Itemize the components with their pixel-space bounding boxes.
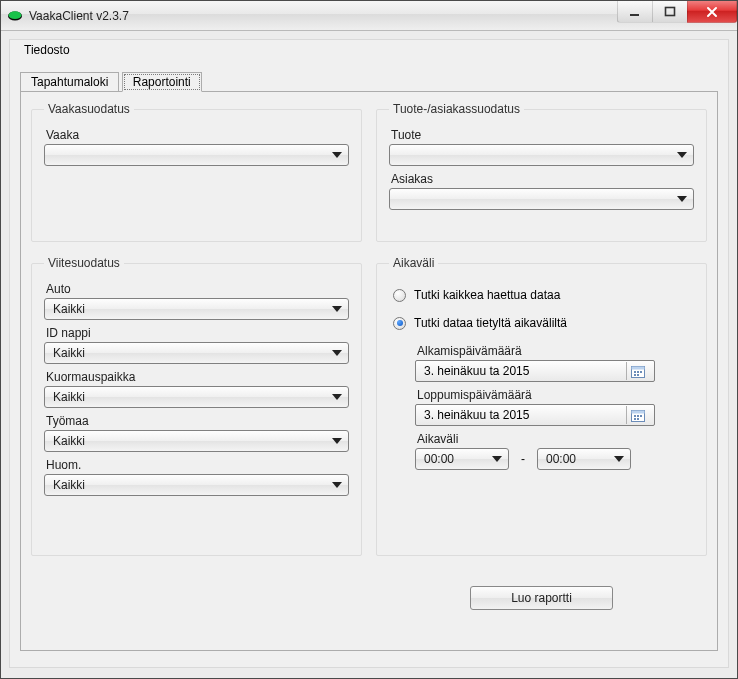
tabstrip: Tapahtumaloki Raportointi	[20, 72, 718, 92]
select-worksite-value: Kaikki	[53, 434, 85, 448]
svg-rect-14	[637, 415, 639, 417]
svg-rect-6	[634, 371, 636, 373]
calendar-icon	[631, 365, 645, 378]
svg-rect-9	[634, 374, 636, 376]
select-vehicle-value: Kaikki	[53, 302, 85, 316]
menu-file[interactable]: Tiedosto	[18, 41, 76, 59]
app-window: VaakaClient v2.3.7 Tiedosto Tapahtumalok…	[0, 0, 738, 679]
label-worksite: Työmaa	[46, 414, 349, 428]
radio-all-data-input[interactable]	[393, 289, 406, 302]
chevron-down-icon	[332, 350, 342, 356]
minimize-button[interactable]	[617, 1, 653, 23]
group-product-customer-filter: Tuote-/asiakassuodatus Tuote Asiakas	[376, 102, 707, 242]
chevron-down-icon	[332, 306, 342, 312]
chevron-down-icon	[332, 394, 342, 400]
tab-panel-reporting: Vaakasuodatus Vaaka Viitesuodatus Auto K…	[20, 91, 718, 651]
select-id-button[interactable]: Kaikki	[44, 342, 349, 364]
group-reference-filter: Viitesuodatus Auto Kaikki ID nappi Kaikk…	[31, 256, 362, 556]
label-end-date: Loppumispäivämäärä	[417, 388, 694, 402]
svg-rect-17	[637, 418, 639, 420]
chevron-down-icon	[677, 152, 687, 158]
datepicker-start-value: 3. heinäkuu ta 2015	[424, 364, 529, 378]
window-controls	[618, 1, 737, 23]
select-customer[interactable]	[389, 188, 694, 210]
svg-rect-12	[631, 410, 644, 413]
label-product: Tuote	[391, 128, 694, 142]
svg-rect-5	[631, 366, 644, 369]
label-id-button: ID nappi	[46, 326, 349, 340]
chevron-down-icon	[332, 438, 342, 444]
close-icon	[705, 5, 719, 19]
select-time-to-value: 00:00	[546, 452, 576, 466]
select-time-from[interactable]: 00:00	[415, 448, 509, 470]
select-note[interactable]: Kaikki	[44, 474, 349, 496]
group-time-range: Aikaväli Tutki kaikkea haettua dataa Tut…	[376, 256, 707, 556]
window-title: VaakaClient v2.3.7	[29, 9, 129, 23]
chevron-down-icon	[614, 456, 624, 462]
client-area: Tiedosto Tapahtumaloki Raportointi Vaaka…	[9, 39, 729, 668]
datepicker-start-button[interactable]	[626, 362, 650, 380]
app-icon	[7, 8, 23, 24]
calendar-icon	[631, 409, 645, 422]
group-scale-filter-legend: Vaakasuodatus	[44, 102, 134, 116]
select-worksite[interactable]: Kaikki	[44, 430, 349, 452]
label-customer: Asiakas	[391, 172, 694, 186]
tab-reporting[interactable]: Raportointi	[122, 72, 202, 92]
close-button[interactable]	[687, 1, 737, 23]
time-range-separator: -	[521, 452, 525, 466]
maximize-button[interactable]	[652, 1, 688, 23]
datepicker-start[interactable]: 3. heinäkuu ta 2015	[415, 360, 655, 382]
group-product-customer-filter-legend: Tuote-/asiakassuodatus	[389, 102, 524, 116]
datepicker-end[interactable]: 3. heinäkuu ta 2015	[415, 404, 655, 426]
svg-rect-15	[640, 415, 642, 417]
create-report-button-label: Luo raportti	[511, 591, 572, 605]
label-note: Huom.	[46, 458, 349, 472]
minimize-icon	[629, 6, 641, 18]
label-start-date: Alkamispäivämäärä	[417, 344, 694, 358]
chevron-down-icon	[492, 456, 502, 462]
datepicker-end-button[interactable]	[626, 406, 650, 424]
svg-rect-7	[637, 371, 639, 373]
select-time-to[interactable]: 00:00	[537, 448, 631, 470]
chevron-down-icon	[677, 196, 687, 202]
radio-all-data[interactable]: Tutki kaikkea haettua dataa	[393, 288, 694, 302]
svg-rect-3	[666, 7, 675, 15]
select-product[interactable]	[389, 144, 694, 166]
label-scale: Vaaka	[46, 128, 349, 142]
radio-range-data-input[interactable]	[393, 317, 406, 330]
radio-range-data[interactable]: Tutki dataa tietyltä aikaväliltä	[393, 316, 694, 330]
svg-rect-8	[640, 371, 642, 373]
select-scale[interactable]	[44, 144, 349, 166]
radio-all-data-label: Tutki kaikkea haettua dataa	[414, 288, 560, 302]
svg-rect-2	[630, 14, 639, 16]
tab-event-log[interactable]: Tapahtumaloki	[20, 72, 119, 92]
select-note-value: Kaikki	[53, 478, 85, 492]
svg-rect-13	[634, 415, 636, 417]
svg-rect-16	[634, 418, 636, 420]
select-vehicle[interactable]: Kaikki	[44, 298, 349, 320]
svg-rect-10	[637, 374, 639, 376]
create-report-button[interactable]: Luo raportti	[470, 586, 613, 610]
svg-point-1	[9, 11, 22, 19]
datepicker-end-value: 3. heinäkuu ta 2015	[424, 408, 529, 422]
chevron-down-icon	[332, 482, 342, 488]
menubar: Tiedosto	[10, 40, 728, 62]
label-vehicle: Auto	[46, 282, 349, 296]
select-loading-site-value: Kaikki	[53, 390, 85, 404]
titlebar[interactable]: VaakaClient v2.3.7	[1, 1, 737, 31]
group-scale-filter: Vaakasuodatus Vaaka	[31, 102, 362, 242]
group-reference-filter-legend: Viitesuodatus	[44, 256, 124, 270]
radio-range-data-label: Tutki dataa tietyltä aikaväliltä	[414, 316, 567, 330]
chevron-down-icon	[332, 152, 342, 158]
maximize-icon	[664, 6, 676, 18]
label-loading-site: Kuormauspaikka	[46, 370, 349, 384]
label-time-range: Aikaväli	[417, 432, 694, 446]
select-id-button-value: Kaikki	[53, 346, 85, 360]
select-time-from-value: 00:00	[424, 452, 454, 466]
select-loading-site[interactable]: Kaikki	[44, 386, 349, 408]
group-time-range-legend: Aikaväli	[389, 256, 438, 270]
